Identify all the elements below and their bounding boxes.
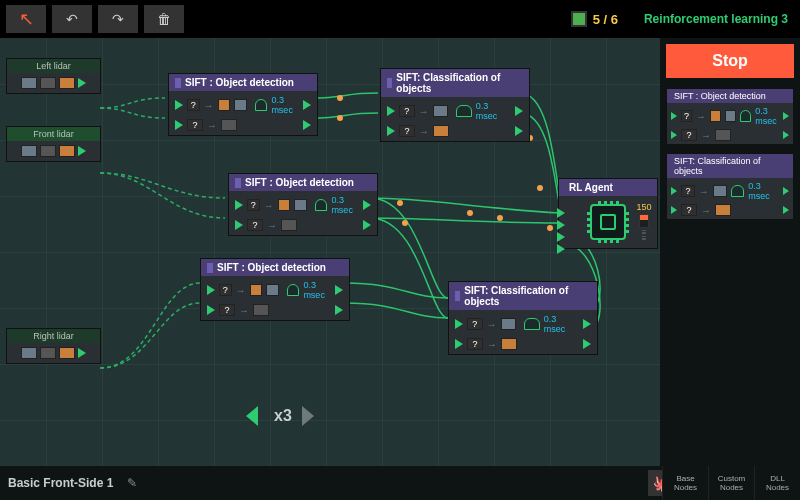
car-icon — [725, 110, 736, 122]
node-sift-classification-2[interactable]: SIFT: Classification of objects ?→0.3 ms… — [448, 281, 598, 355]
output-port-icon[interactable] — [515, 126, 523, 136]
road-icon — [281, 219, 297, 231]
resource-total: 6 — [611, 12, 618, 27]
output-port-icon[interactable] — [78, 78, 86, 88]
output-port-icon — [783, 112, 789, 120]
arrow-icon: → — [264, 200, 274, 211]
node-sift-detection-2[interactable]: SIFT : Object detection ?→0.3 msec ?→ — [228, 173, 378, 236]
arrow-icon: → — [701, 130, 711, 141]
input-port-icon — [671, 131, 677, 139]
input-port-icon[interactable] — [207, 285, 215, 295]
lidar-node-front[interactable]: Front lidar — [6, 126, 101, 162]
tab-base-nodes[interactable]: Base Nodes — [662, 466, 708, 500]
arrow-icon: → — [239, 305, 249, 316]
node-sift-classification-1[interactable]: SIFT: Classification of objects ?→0.3 ms… — [380, 68, 530, 142]
trash-icon: 🗑 — [157, 11, 171, 27]
input-port-icon[interactable] — [387, 126, 395, 136]
input-port-icon[interactable] — [175, 100, 183, 110]
input-port-icon[interactable] — [455, 339, 463, 349]
input-port-icon[interactable] — [235, 200, 243, 210]
input-port-icon[interactable] — [455, 319, 463, 329]
info-icon[interactable] — [175, 78, 181, 88]
redo-icon: ↷ — [112, 11, 124, 27]
arrow-icon: → — [236, 285, 246, 296]
input-port-icon[interactable] — [557, 244, 565, 254]
gauge-icon — [315, 199, 328, 211]
unknown-icon: ? — [187, 99, 200, 111]
graph-canvas[interactable]: Left lidar Front lidar Right lidar SIFT … — [0, 38, 660, 466]
info-icon[interactable] — [387, 78, 392, 88]
input-port-icon[interactable] — [557, 232, 565, 242]
zoom-out-icon[interactable] — [250, 406, 264, 426]
input-port-icon — [671, 187, 677, 195]
palette-node-classification[interactable]: SIFT: Classification of objects ?→0.3 ms… — [666, 153, 794, 220]
node-sift-detection-3[interactable]: SIFT : Object detection ?→0.3 msec ?→ — [200, 258, 350, 321]
output-port-icon — [783, 206, 789, 214]
palette-title: SIFT : Object detection — [674, 91, 766, 101]
gauge-icon — [255, 99, 268, 111]
stop-label: Stop — [712, 52, 748, 70]
barrier-icon — [59, 347, 75, 359]
input-port-icon[interactable] — [235, 220, 243, 230]
unknown-icon: ? — [467, 318, 483, 330]
node-sift-detection-1[interactable]: SIFT : Object detection ?→0.3 msec ?→ — [168, 73, 318, 136]
unknown-icon: ? — [681, 129, 697, 141]
top-toolbar: ↖ ↶ ↷ 🗑 5 / 6 Reinforcement learning 3 — [0, 0, 800, 38]
node-rl-agent[interactable]: RL Agent 150 ≡≡ — [558, 178, 658, 249]
unknown-icon: ? — [247, 219, 263, 231]
arrow-icon: → — [207, 120, 217, 131]
edit-name-icon[interactable]: ✎ — [127, 476, 137, 490]
input-port-icon[interactable] — [207, 305, 215, 315]
barrier-icon — [59, 145, 75, 157]
redo-button[interactable]: ↷ — [98, 5, 138, 33]
output-port-icon[interactable] — [515, 106, 523, 116]
cursor-tool-button[interactable]: ↖ — [6, 5, 46, 33]
arrow-icon: → — [419, 126, 429, 137]
node-category-tabs: Base Nodes Custom Nodes DLL Nodes — [662, 466, 800, 500]
output-port-icon[interactable] — [363, 200, 371, 210]
barrier-icon — [278, 199, 291, 211]
gauge-icon — [456, 105, 472, 117]
output-port-icon[interactable] — [335, 285, 343, 295]
output-port-icon[interactable] — [303, 100, 311, 110]
input-port-icon[interactable] — [557, 220, 565, 230]
input-port-icon — [671, 112, 677, 120]
tab-custom-nodes[interactable]: Custom Nodes — [708, 466, 754, 500]
car-icon — [713, 185, 727, 197]
zoom-in-icon[interactable] — [302, 406, 314, 426]
resource-icon — [571, 11, 587, 27]
output-port-icon[interactable] — [583, 339, 591, 349]
node-title: SIFT: Classification of objects — [396, 72, 523, 94]
delete-button[interactable]: 🗑 — [144, 5, 184, 33]
arrow-icon: → — [701, 205, 711, 216]
lidar-node-right[interactable]: Right lidar — [6, 328, 101, 364]
tab-dll-nodes[interactable]: DLL Nodes — [754, 466, 800, 500]
undo-button[interactable]: ↶ — [52, 5, 92, 33]
output-port-icon[interactable] — [363, 220, 371, 230]
info-icon[interactable] — [207, 263, 213, 273]
output-port-icon[interactable] — [78, 146, 86, 156]
input-port-icon[interactable] — [175, 120, 183, 130]
output-port-icon[interactable] — [583, 319, 591, 329]
input-port-icon[interactable] — [557, 208, 565, 218]
side-panel: Stop SIFT : Object detection ?→0.3 msec … — [660, 38, 800, 466]
car-icon — [501, 318, 517, 330]
output-port-icon[interactable] — [78, 348, 86, 358]
info-icon[interactable] — [235, 178, 241, 188]
node-title: SIFT : Object detection — [217, 262, 326, 273]
zoom-factor: x3 — [274, 407, 292, 425]
palette-node-detection[interactable]: SIFT : Object detection ?→0.3 msec ?→ — [666, 88, 794, 145]
output-port-icon[interactable] — [335, 305, 343, 315]
output-port-icon[interactable] — [303, 120, 311, 130]
gauge-icon — [731, 185, 745, 197]
stop-button[interactable]: Stop — [666, 44, 794, 78]
node-title: SIFT: Classification of objects — [464, 285, 591, 307]
gauge-icon — [287, 284, 300, 296]
barrier-icon — [715, 204, 731, 216]
info-icon[interactable] — [455, 291, 460, 301]
unknown-icon: ? — [681, 110, 692, 122]
output-port-icon — [783, 131, 789, 139]
input-port-icon[interactable] — [387, 106, 395, 116]
unknown-icon: ? — [681, 185, 695, 197]
lidar-node-left[interactable]: Left lidar — [6, 58, 101, 94]
